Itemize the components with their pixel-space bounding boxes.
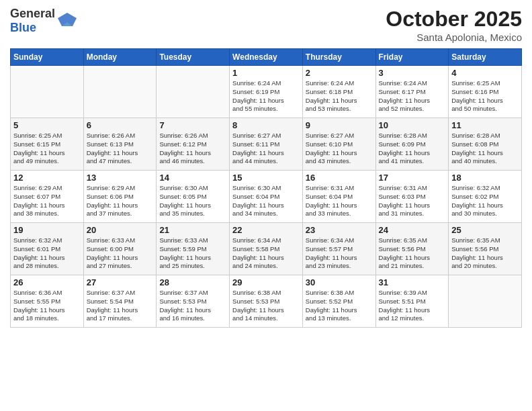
day-info: Sunrise: 6:27 AM Sunset: 6:10 PM Dayligh… bbox=[306, 132, 373, 166]
day-info: Sunrise: 6:39 AM Sunset: 5:51 PM Dayligh… bbox=[379, 289, 446, 323]
day-info: Sunrise: 6:33 AM Sunset: 5:59 PM Dayligh… bbox=[159, 236, 226, 271]
logo-text: General Blue bbox=[10, 7, 55, 35]
calendar-cell: 10Sunrise: 6:28 AM Sunset: 6:09 PM Dayli… bbox=[375, 118, 449, 171]
day-info: Sunrise: 6:25 AM Sunset: 6:16 PM Dayligh… bbox=[451, 79, 519, 113]
day-number: 11 bbox=[451, 120, 519, 130]
calendar-cell: 23Sunrise: 6:34 AM Sunset: 5:57 PM Dayli… bbox=[302, 223, 375, 275]
day-info: Sunrise: 6:36 AM Sunset: 5:55 PM Dayligh… bbox=[13, 289, 81, 323]
calendar-cell bbox=[83, 66, 157, 118]
calendar-cell: 5Sunrise: 6:25 AM Sunset: 6:15 PM Daylig… bbox=[11, 118, 84, 171]
weekday-header-wednesday: Wednesday bbox=[230, 49, 303, 66]
day-info: Sunrise: 6:27 AM Sunset: 6:11 PM Dayligh… bbox=[232, 132, 300, 166]
day-info: Sunrise: 6:29 AM Sunset: 6:06 PM Dayligh… bbox=[87, 184, 154, 218]
day-number: 23 bbox=[306, 225, 373, 235]
day-info: Sunrise: 6:38 AM Sunset: 5:53 PM Dayligh… bbox=[232, 289, 300, 323]
day-info: Sunrise: 6:26 AM Sunset: 6:12 PM Dayligh… bbox=[159, 132, 226, 166]
day-info: Sunrise: 6:25 AM Sunset: 6:15 PM Dayligh… bbox=[13, 132, 81, 166]
calendar-cell: 15Sunrise: 6:30 AM Sunset: 6:04 PM Dayli… bbox=[230, 171, 303, 223]
calendar-cell: 28Sunrise: 6:37 AM Sunset: 5:53 PM Dayli… bbox=[157, 275, 230, 328]
calendar-cell: 27Sunrise: 6:37 AM Sunset: 5:54 PM Dayli… bbox=[83, 275, 157, 328]
month-title: October 2025 bbox=[386, 7, 522, 32]
calendar-cell: 21Sunrise: 6:33 AM Sunset: 5:59 PM Dayli… bbox=[157, 223, 230, 275]
day-info: Sunrise: 6:34 AM Sunset: 5:58 PM Dayligh… bbox=[232, 236, 300, 271]
day-number: 5 bbox=[13, 120, 81, 130]
calendar-cell: 14Sunrise: 6:30 AM Sunset: 6:05 PM Dayli… bbox=[157, 171, 230, 223]
day-number: 29 bbox=[232, 277, 300, 287]
day-info: Sunrise: 6:35 AM Sunset: 5:56 PM Dayligh… bbox=[379, 236, 446, 271]
day-info: Sunrise: 6:24 AM Sunset: 6:19 PM Dayligh… bbox=[232, 79, 300, 113]
day-number: 19 bbox=[13, 225, 81, 235]
calendar-cell: 18Sunrise: 6:32 AM Sunset: 6:02 PM Dayli… bbox=[449, 171, 522, 223]
calendar-cell: 30Sunrise: 6:38 AM Sunset: 5:52 PM Dayli… bbox=[302, 275, 375, 328]
day-info: Sunrise: 6:28 AM Sunset: 6:08 PM Dayligh… bbox=[451, 132, 519, 166]
day-number: 22 bbox=[232, 225, 300, 235]
day-number: 1 bbox=[232, 68, 300, 78]
week-row-4: 19Sunrise: 6:32 AM Sunset: 6:01 PM Dayli… bbox=[11, 223, 522, 275]
day-number: 7 bbox=[159, 120, 226, 130]
day-info: Sunrise: 6:35 AM Sunset: 5:56 PM Dayligh… bbox=[451, 236, 519, 271]
calendar-cell: 13Sunrise: 6:29 AM Sunset: 6:06 PM Dayli… bbox=[83, 171, 157, 223]
calendar-cell: 24Sunrise: 6:35 AM Sunset: 5:56 PM Dayli… bbox=[375, 223, 449, 275]
day-number: 9 bbox=[306, 120, 373, 130]
title-block: October 2025 Santa Apolonia, Mexico bbox=[386, 7, 522, 43]
calendar-cell: 1Sunrise: 6:24 AM Sunset: 6:19 PM Daylig… bbox=[230, 66, 303, 118]
header: General Blue October 2025 Santa Apolonia… bbox=[10, 7, 522, 43]
day-info: Sunrise: 6:28 AM Sunset: 6:09 PM Dayligh… bbox=[379, 132, 446, 166]
day-number: 15 bbox=[232, 173, 300, 183]
calendar-cell: 11Sunrise: 6:28 AM Sunset: 6:08 PM Dayli… bbox=[449, 118, 522, 171]
calendar-cell: 20Sunrise: 6:33 AM Sunset: 6:00 PM Dayli… bbox=[83, 223, 157, 275]
calendar-cell: 6Sunrise: 6:26 AM Sunset: 6:13 PM Daylig… bbox=[83, 118, 157, 171]
weekday-header-monday: Monday bbox=[83, 49, 157, 66]
day-number: 10 bbox=[379, 120, 446, 130]
calendar-cell: 29Sunrise: 6:38 AM Sunset: 5:53 PM Dayli… bbox=[230, 275, 303, 328]
day-info: Sunrise: 6:26 AM Sunset: 6:13 PM Dayligh… bbox=[87, 132, 154, 166]
day-info: Sunrise: 6:30 AM Sunset: 6:05 PM Dayligh… bbox=[159, 184, 226, 218]
day-number: 16 bbox=[306, 173, 373, 183]
day-number: 2 bbox=[306, 68, 373, 78]
day-number: 13 bbox=[87, 173, 154, 183]
day-number: 30 bbox=[306, 277, 373, 287]
day-info: Sunrise: 6:32 AM Sunset: 6:01 PM Dayligh… bbox=[13, 236, 81, 271]
logo-blue: Blue bbox=[10, 21, 55, 35]
logo-icon bbox=[58, 11, 77, 30]
week-row-3: 12Sunrise: 6:29 AM Sunset: 6:07 PM Dayli… bbox=[11, 171, 522, 223]
day-number: 12 bbox=[13, 173, 81, 183]
calendar-cell: 3Sunrise: 6:24 AM Sunset: 6:17 PM Daylig… bbox=[375, 66, 449, 118]
day-number: 3 bbox=[379, 68, 446, 78]
calendar-cell: 25Sunrise: 6:35 AM Sunset: 5:56 PM Dayli… bbox=[449, 223, 522, 275]
calendar-cell: 9Sunrise: 6:27 AM Sunset: 6:10 PM Daylig… bbox=[302, 118, 375, 171]
day-info: Sunrise: 6:37 AM Sunset: 5:53 PM Dayligh… bbox=[159, 289, 226, 323]
calendar-cell: 12Sunrise: 6:29 AM Sunset: 6:07 PM Dayli… bbox=[11, 171, 84, 223]
calendar-cell: 26Sunrise: 6:36 AM Sunset: 5:55 PM Dayli… bbox=[11, 275, 84, 328]
week-row-1: 1Sunrise: 6:24 AM Sunset: 6:19 PM Daylig… bbox=[11, 66, 522, 118]
weekday-header-friday: Friday bbox=[375, 49, 449, 66]
calendar-cell: 8Sunrise: 6:27 AM Sunset: 6:11 PM Daylig… bbox=[230, 118, 303, 171]
day-info: Sunrise: 6:31 AM Sunset: 6:03 PM Dayligh… bbox=[379, 184, 446, 218]
calendar-cell: 31Sunrise: 6:39 AM Sunset: 5:51 PM Dayli… bbox=[375, 275, 449, 328]
calendar-cell bbox=[449, 275, 522, 328]
day-info: Sunrise: 6:37 AM Sunset: 5:54 PM Dayligh… bbox=[87, 289, 154, 323]
page-container: General Blue October 2025 Santa Apolonia… bbox=[0, 0, 532, 334]
weekday-header-tuesday: Tuesday bbox=[157, 49, 230, 66]
calendar-cell: 22Sunrise: 6:34 AM Sunset: 5:58 PM Dayli… bbox=[230, 223, 303, 275]
calendar-cell: 16Sunrise: 6:31 AM Sunset: 6:04 PM Dayli… bbox=[302, 171, 375, 223]
day-info: Sunrise: 6:33 AM Sunset: 6:00 PM Dayligh… bbox=[87, 236, 154, 271]
week-row-2: 5Sunrise: 6:25 AM Sunset: 6:15 PM Daylig… bbox=[11, 118, 522, 171]
day-number: 25 bbox=[451, 225, 519, 235]
day-number: 18 bbox=[451, 173, 519, 183]
logo: General Blue bbox=[10, 7, 77, 35]
day-number: 27 bbox=[87, 277, 154, 287]
day-number: 24 bbox=[379, 225, 446, 235]
day-info: Sunrise: 6:32 AM Sunset: 6:02 PM Dayligh… bbox=[451, 184, 519, 218]
day-info: Sunrise: 6:24 AM Sunset: 6:18 PM Dayligh… bbox=[306, 79, 373, 113]
day-info: Sunrise: 6:24 AM Sunset: 6:17 PM Dayligh… bbox=[379, 79, 446, 113]
day-info: Sunrise: 6:31 AM Sunset: 6:04 PM Dayligh… bbox=[306, 184, 373, 218]
day-number: 31 bbox=[379, 277, 446, 287]
calendar-cell: 17Sunrise: 6:31 AM Sunset: 6:03 PM Dayli… bbox=[375, 171, 449, 223]
calendar-table: SundayMondayTuesdayWednesdayThursdayFrid… bbox=[10, 48, 522, 328]
week-row-5: 26Sunrise: 6:36 AM Sunset: 5:55 PM Dayli… bbox=[11, 275, 522, 328]
weekday-header-sunday: Sunday bbox=[11, 49, 84, 66]
weekday-header-row: SundayMondayTuesdayWednesdayThursdayFrid… bbox=[11, 49, 522, 66]
calendar-cell: 4Sunrise: 6:25 AM Sunset: 6:16 PM Daylig… bbox=[449, 66, 522, 118]
day-info: Sunrise: 6:34 AM Sunset: 5:57 PM Dayligh… bbox=[306, 236, 373, 271]
